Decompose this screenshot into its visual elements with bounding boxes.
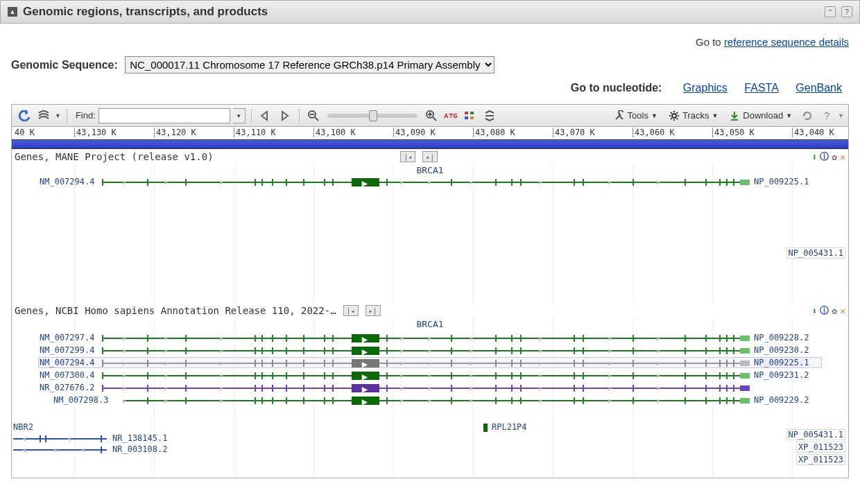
svg-line-1 xyxy=(315,117,318,121)
rpl21p4-label: RPL21P4 xyxy=(492,422,527,432)
ref-seq-details-link[interactable]: reference sequence details xyxy=(724,36,849,48)
svg-rect-8 xyxy=(470,112,474,114)
download-menu[interactable]: Download▼ xyxy=(725,107,796,124)
mane-download-icon[interactable]: ⬇ xyxy=(812,152,818,162)
mane-protein-acc: NP_009225.1 xyxy=(754,177,809,186)
genomic-sequence-label: Genomic Sequence: xyxy=(11,59,118,71)
mane-settings-icon[interactable]: ✿ xyxy=(832,152,837,162)
ncbi-transcript-row[interactable]: NM_007297.4▶▸▸▸▸▸▸▸▸▸NP_009228.2 xyxy=(12,332,848,345)
find-input[interactable] xyxy=(98,108,230,123)
transcript-acc: NM_007298.3 xyxy=(53,395,108,405)
ncbi-transcript-row[interactable]: NM_007298.3▶▸▸▸▸▸▸▸▸▸NP_009229.2 xyxy=(12,394,848,407)
zoom-out-icon[interactable] xyxy=(305,107,322,124)
ncbi-transcript-row[interactable]: NR_027676.2▶▸▸▸▸▸▸▸▸▸ xyxy=(12,382,848,394)
reload-icon[interactable] xyxy=(799,107,816,124)
ncbi-transcript-row[interactable]: NM_007300.4▶▸▸▸▸▸▸▸▸▸NP_009231.2 xyxy=(12,370,848,382)
mane-next-icon[interactable]: ▸| xyxy=(422,151,438,162)
mane-transcript-acc: NM_007294.4 xyxy=(40,177,94,186)
protein-acc: NP_009230.2 xyxy=(754,345,809,355)
protein-acc: NP_009231.2 xyxy=(754,370,809,380)
ncbi-close-icon[interactable]: ✕ xyxy=(840,306,845,316)
viewer-toolbar: ▼ Find: ▾ ᴀᴛɢ Tools▼ Tracks▼ xyxy=(12,105,848,127)
mane-track-header: Genes, MANE Project (release v1.0) |◂ ▸|… xyxy=(12,149,848,164)
svg-rect-10 xyxy=(470,116,474,119)
ncbi-transcript-row[interactable]: NM_007294.4▶▸▸▸▸▸▸▸▸▸NP_009225.1 xyxy=(12,357,848,370)
svg-line-4 xyxy=(433,117,436,121)
find-dropdown-icon[interactable]: ▾ xyxy=(233,108,246,123)
mane-extra-protein[interactable]: NP_005431.1 xyxy=(786,247,845,259)
svg-rect-9 xyxy=(465,116,468,119)
download-icon xyxy=(729,110,740,121)
mane-track-body: BRCA1 NM_007294.4 ▶ xyxy=(12,164,848,303)
protein-acc: NP_009225.1 xyxy=(754,358,809,367)
tracks-menu[interactable]: Tracks▼ xyxy=(664,107,722,124)
gear-icon xyxy=(669,110,680,121)
genomic-sequence-row: Genomic Sequence: NC_000017.11 Chromosom… xyxy=(11,56,849,73)
panel-header: ▲ Genomic regions, transcripts, and prod… xyxy=(0,0,860,24)
find-label: Find: xyxy=(76,110,96,121)
collapse-tracks-icon[interactable] xyxy=(481,107,498,124)
transcript-acc: NM_007299.4 xyxy=(40,345,94,355)
ncbi-download-icon[interactable]: ⬇ xyxy=(812,306,818,316)
nbr2-row-1[interactable]: ◂ ◂ ◂ NR_003108.2 xyxy=(12,444,848,456)
ncbi-info-icon[interactable]: ⓘ xyxy=(820,304,829,317)
ncbi-extra-protein-2[interactable]: XP_011523 xyxy=(796,454,845,465)
goto-top-icon[interactable]: ⌃ xyxy=(825,6,836,17)
history-caret-icon[interactable]: ▼ xyxy=(55,112,61,119)
ncbi-settings-icon[interactable]: ✿ xyxy=(832,306,837,316)
help-caret-icon[interactable]: ▼ xyxy=(838,112,844,119)
genbank-link[interactable]: GenBank xyxy=(796,82,842,94)
transcript-acc: NM_007294.4 xyxy=(40,358,94,367)
mane-prev-icon[interactable]: |◂ xyxy=(400,151,415,162)
back-icon[interactable] xyxy=(16,107,33,124)
pan-left-icon[interactable] xyxy=(257,107,274,124)
ncbi-prev-icon[interactable]: |◂ xyxy=(343,305,359,316)
help-icon[interactable]: ? xyxy=(841,6,852,17)
protein-acc: NP_009228.2 xyxy=(754,333,809,342)
protein-acc: NP_009229.2 xyxy=(754,395,809,405)
ncbi-transcript-row[interactable]: NM_007299.4▶▸▸▸▸▸▸▸▸▸NP_009230.2 xyxy=(12,345,848,357)
mane-transcript-row[interactable]: NM_007294.4 ▶ xyxy=(12,176,848,189)
coordinate-ruler: 40 K 43,130 K 43,120 K 43,110 K 43,100 K… xyxy=(12,127,848,139)
ncbi-extra-protein-0[interactable]: NP_005431.1 xyxy=(786,429,845,440)
transcript-acc: NM_007297.4 xyxy=(40,333,94,342)
tools-icon xyxy=(614,110,625,121)
nbr2-gene-label: NBR2 xyxy=(13,422,33,432)
graphics-link[interactable]: Graphics xyxy=(683,82,728,94)
mane-info-icon[interactable]: ⓘ xyxy=(820,150,829,163)
ncbi-next-icon[interactable]: ▸| xyxy=(366,305,381,316)
mane-close-icon[interactable]: ✕ xyxy=(840,152,845,162)
collapse-toggle-icon[interactable]: ▲ xyxy=(8,7,17,17)
markers-icon[interactable] xyxy=(462,107,479,124)
viewer-help-icon[interactable]: ? xyxy=(818,107,835,124)
svg-rect-7 xyxy=(465,112,468,114)
rpl21p4-feature[interactable] xyxy=(483,424,488,432)
zoom-slider[interactable] xyxy=(327,114,418,118)
sequence-viewer: ▼ Find: ▾ ᴀᴛɢ Tools▼ Tracks▼ xyxy=(11,104,849,478)
pan-right-icon[interactable] xyxy=(277,107,293,124)
panel-title: Genomic regions, transcripts, and produc… xyxy=(23,5,268,19)
ncbi-track-header: Genes, NCBI Homo sapiens Annotation Rele… xyxy=(12,303,848,318)
zoom-seq-icon[interactable]: ᴀᴛɢ xyxy=(442,107,459,124)
history-icon[interactable] xyxy=(35,107,52,124)
overview-bar[interactable] xyxy=(12,139,848,149)
tools-menu[interactable]: Tools▼ xyxy=(610,107,662,124)
transcript-acc: NM_007300.4 xyxy=(40,370,94,380)
transcript-acc: NR_027676.2 xyxy=(40,383,94,392)
ref-seq-details-row: Go to reference sequence details xyxy=(11,36,849,48)
nucleotide-links-label: Go to nucleotide: xyxy=(571,82,662,94)
ncbi-track-body: BRCA1 NM_007297.4▶▸▸▸▸▸▸▸▸▸NP_009228.2NM… xyxy=(12,318,848,478)
zoom-in-icon[interactable] xyxy=(423,107,440,124)
svg-point-12 xyxy=(672,114,676,118)
fasta-link[interactable]: FASTA xyxy=(744,82,779,94)
genomic-sequence-select[interactable]: NC_000017.11 Chromosome 17 Reference GRC… xyxy=(125,56,495,73)
nucleotide-links-row: Go to nucleotide: Graphics FASTA GenBank xyxy=(11,82,849,94)
ncbi-extra-protein-1[interactable]: XP_011523 xyxy=(796,442,845,453)
